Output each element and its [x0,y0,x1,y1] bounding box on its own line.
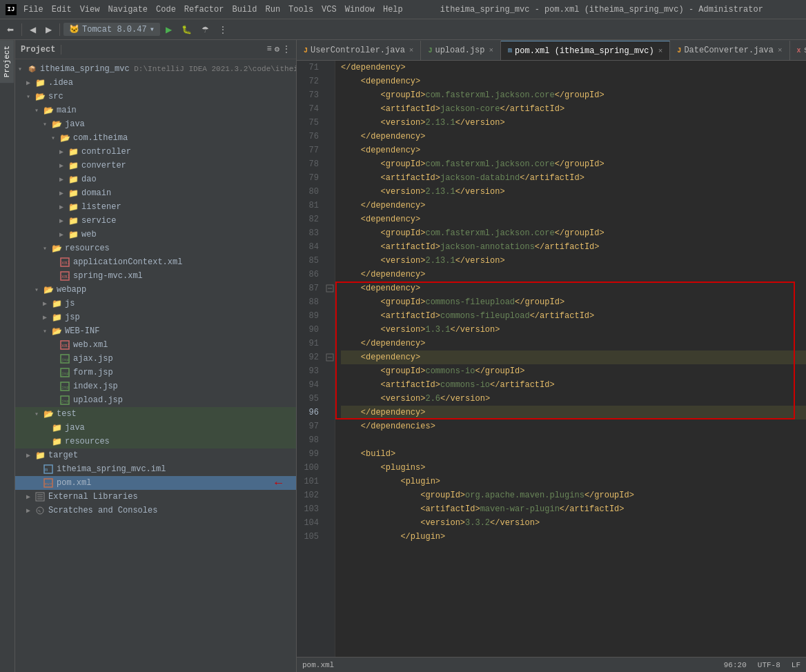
more-icon[interactable]: ⋮ [282,44,291,55]
menu-run[interactable]: Run [265,5,280,14]
toolbar-back-btn[interactable]: ⬅ [3,23,18,37]
tree-webxml[interactable]: ▶ xml web.xml [15,338,296,352]
tree-webinf[interactable]: ▾ 📂 WEB-INF [15,324,296,338]
tree-index-jsp[interactable]: ▶ jsp index.jsp [15,379,296,393]
tree-main[interactable]: ▾ 📂 main [15,103,296,117]
tree-ajax-jsp[interactable]: ▶ jsp ajax.jsp [15,352,296,366]
value: commons-io [425,364,475,378]
tree-webapp[interactable]: ▾ 📂 webapp [15,283,296,297]
tree-idea[interactable]: ▶ 📁 .idea [15,76,296,90]
tab-pom-xml[interactable]: m pom.xml (itheima_spring_mvc) × [501,41,670,60]
tab-label-0: UserController.java [311,46,405,55]
menubar[interactable]: File Edit View Navigate Code Refactor Bu… [23,5,403,14]
tree-external-libs[interactable]: ▶ External Libraries [15,490,296,504]
tree-com-itheima[interactable]: ▾ 📂 com.itheima [15,131,296,145]
line-num-101: 101 [299,475,319,488]
statusbar: pom.xml 96:20 UTF-8 LF [297,657,806,672]
tree-service[interactable]: ▶ 📁 service [15,214,296,228]
tree-listener[interactable]: ▶ 📁 listener [15,200,296,214]
toolbar-navigate-back[interactable]: ◀ [26,23,40,37]
springmvcxml-label: spring-mvc.xml [73,271,143,281]
tree-target[interactable]: ▶ 📁 target [15,448,296,462]
tab-usercontroller[interactable]: J UserController.java × [297,41,421,60]
gutter-line [324,530,335,544]
web-label: web [81,230,97,239]
code-area[interactable]: </dependency> <dependency> <groupId>com.… [335,61,806,544]
menu-view[interactable]: View [80,5,100,14]
more-run-options[interactable]: ⋮ [215,23,231,37]
tree-springmvc-xml[interactable]: ▶ xml spring-mvc.xml [15,269,296,283]
tag: artifactId [569,502,619,516]
tree-jsp[interactable]: ▶ 📁 jsp [15,310,296,324]
code-line-84: <artifactId>jackson-annotations</artifac… [341,240,806,254]
listener-label: listener [81,202,121,212]
tree-test-java[interactable]: ▶ 📁 java [15,421,296,435]
tree-root[interactable]: ▾ 📦 itheima_spring_mvc D:\IntelliJ IDEA … [15,62,296,76]
tab-close-0[interactable]: × [409,46,414,55]
run-config-selector[interactable]: 🐱 Tomcat 8.0.47 ▾ [63,23,160,36]
pom-icon: mvn [43,477,54,488]
tab-dateconverter[interactable]: J DateConverter.java × [670,41,789,60]
project-side-tab[interactable]: Project [0,40,14,83]
debug-button[interactable]: 🐛 [177,23,196,37]
toolbar-navigate-forward[interactable]: ▶ [41,23,56,37]
indent [341,226,381,240]
value: 2.13.1 [425,185,455,199]
tab-close-3[interactable]: × [778,46,783,55]
line-num-105: 105 [299,530,319,544]
tree-iml[interactable]: ▶ m itheima_spring_mvc.iml [15,462,296,476]
tree-test[interactable]: ▾ 📂 test [15,407,296,421]
bracket: > [420,157,425,171]
menu-file[interactable]: File [23,5,43,14]
bracket: > [535,516,540,530]
menu-vcs[interactable]: VCS [322,5,337,14]
tree-domain[interactable]: ▶ 📁 domain [15,186,296,200]
menu-navigate[interactable]: Navigate [108,5,148,14]
bracket: < [361,447,366,461]
tab-spring-m[interactable]: x spring-m... × [790,41,806,60]
tab-upload-jsp[interactable]: J upload.jsp × [421,41,501,60]
bracket: < [381,240,386,254]
menu-edit[interactable]: Edit [52,5,72,14]
menu-build[interactable]: Build [232,5,257,14]
extlibs-label: External Libraries [48,492,138,502]
menu-code[interactable]: Code [156,5,176,14]
code-container[interactable]: </dependency> <dependency> <groupId>com.… [335,61,806,657]
tree-js[interactable]: ▶ 📁 js [15,297,296,310]
tree-applicationcontext[interactable]: ▶ xml applicationContext.xml [15,255,296,269]
tree-java[interactable]: ▾ 📂 java [15,117,296,131]
tree-resources[interactable]: ▾ 📂 resources [15,241,296,255]
toolbar-separator-2 [59,23,60,36]
fold-92[interactable] [324,350,335,364]
run-button[interactable]: ▶ [161,23,176,37]
coverage-button[interactable]: ☂ [197,23,213,37]
fold-87[interactable] [324,281,335,295]
tree-pom-xml[interactable]: ▶ mvn pom.xml ← [15,476,296,490]
tree-scratches[interactable]: ▶ ✎ Scratches and Consoles [15,504,296,517]
tag: groupId [564,88,599,102]
tree-web[interactable]: ▶ 📁 web [15,228,296,241]
collapse-all-icon[interactable]: ≡ [267,44,272,55]
code-line-97: </dependencies> [341,419,806,433]
gutter-line [324,337,335,350]
tree-form-jsp[interactable]: ▶ jsp form.jsp [15,366,296,379]
menu-refactor[interactable]: Refactor [184,5,224,14]
tree-converter[interactable]: ▶ 📁 converter [15,159,296,172]
tree-dao[interactable]: ▶ 📁 dao [15,172,296,186]
indent [341,502,420,516]
tree-src[interactable]: ▾ 📂 src [15,90,296,103]
line-num-99: 99 [299,447,319,461]
menu-help[interactable]: Help [383,5,403,14]
menu-tools[interactable]: Tools [288,5,313,14]
tree-test-resources[interactable]: ▶ 📁 resources [15,435,296,448]
menu-window[interactable]: Window [345,5,375,14]
svg-text:mvn: mvn [45,482,52,486]
tab-close-2[interactable]: × [658,47,663,55]
tree-controller[interactable]: ▶ 📁 controller [15,145,296,159]
tab-xml-icon-2: m [508,47,512,55]
line-num-92: 92 [299,350,319,364]
settings-icon[interactable]: ⚙ [275,44,279,55]
tab-close-1[interactable]: × [489,46,493,55]
tree-upload-jsp[interactable]: ▶ jsp upload.jsp [15,393,296,407]
bracket: > [475,502,480,516]
